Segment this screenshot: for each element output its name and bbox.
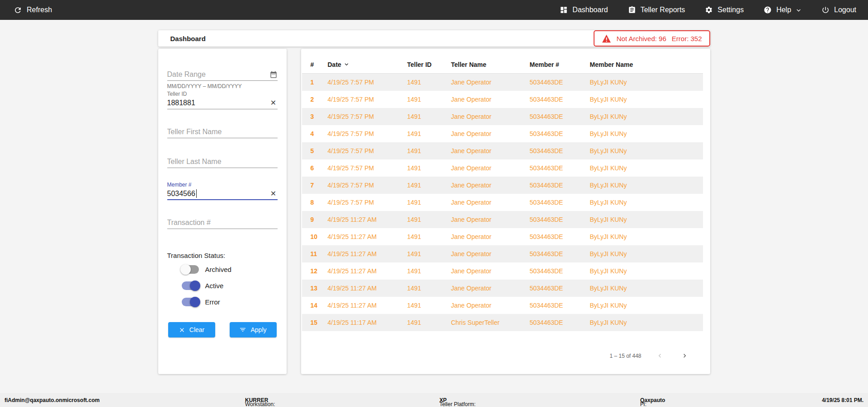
next-page-button[interactable]: [678, 352, 691, 360]
note-fold: [677, 292, 679, 295]
error-toggle[interactable]: [182, 298, 199, 306]
active-toggle[interactable]: [182, 281, 199, 290]
pagination-range: 1 – 15 of 448: [609, 353, 641, 359]
transaction-number-field: [167, 217, 278, 229]
nav-logout[interactable]: Logout: [821, 6, 856, 14]
member-number-input[interactable]: [167, 188, 269, 199]
table-row[interactable]: 2 4/19/25 7:57 PM 1491 Jane Operator 503…: [302, 91, 703, 108]
column-header-teller-id: Teller ID: [407, 61, 451, 68]
cell-teller-name: Jane Operator: [451, 267, 530, 275]
table-row[interactable]: 9 4/19/25 11:27 AM 1491 Jane Operator 50…: [302, 211, 703, 228]
table-row[interactable]: 10 4/19/25 11:27 AM 1491 Jane Operator 5…: [302, 228, 703, 245]
cell-member-number: 5034463DE: [530, 113, 590, 120]
nav-settings[interactable]: Settings: [705, 6, 744, 14]
cell-teller-id: 1491: [407, 267, 451, 275]
refresh-button[interactable]: Refresh: [14, 6, 52, 14]
table-row[interactable]: 7 4/19/25 7:57 PM 1491 Jane Operator 503…: [302, 177, 703, 194]
cell-num: 12: [311, 267, 328, 275]
cell-member-name: ByLyJI KUNy: [590, 79, 674, 86]
apply-button[interactable]: Apply: [230, 322, 277, 337]
cell-teller-id: 1491: [407, 182, 451, 189]
teller-id-input[interactable]: [167, 98, 269, 108]
cell-num: 3: [311, 113, 328, 120]
table-row[interactable]: 3 4/19/25 7:57 PM 1491 Jane Operator 503…: [302, 108, 703, 125]
archived-toggle[interactable]: [182, 265, 199, 274]
column-header-date-label: Date: [328, 61, 341, 68]
nav-logout-label: Logout: [834, 6, 856, 14]
toggle-thumb: [180, 264, 191, 275]
teller-first-name-input[interactable]: [167, 126, 278, 137]
dashboard-icon: [560, 6, 568, 14]
transaction-number-input[interactable]: [167, 217, 278, 228]
note-fold: [677, 120, 679, 123]
alert-error: Error: 352: [672, 35, 702, 42]
page-title: Dashboard: [170, 35, 206, 42]
warning-triangle-icon: [602, 34, 611, 43]
cell-member-name: ByLyJI KUNy: [590, 285, 674, 292]
teller-id-clear-icon[interactable]: ✕: [269, 99, 278, 107]
cell-member-number: 5034463DE: [530, 130, 590, 137]
cell-member-number: 5034463DE: [530, 164, 590, 172]
cell-notes: [674, 130, 703, 137]
cell-member-number: 5034463DE: [530, 96, 590, 103]
cell-member-number: 5034463DE: [530, 267, 590, 275]
table-row[interactable]: 11 4/19/25 11:27 AM 1491 Jane Operator 5…: [302, 245, 703, 262]
cell-teller-id: 1491: [407, 130, 451, 137]
cell-notes: [674, 182, 703, 189]
calendar-icon[interactable]: [269, 70, 278, 79]
cell-notes: [674, 267, 703, 275]
cell-member-name: ByLyJI KUNy: [590, 319, 674, 326]
member-number-clear-icon[interactable]: ✕: [269, 190, 278, 198]
footer-workstation: Workstation: KURRER: [245, 397, 268, 403]
cell-date: 4/19/25 11:27 AM: [328, 285, 407, 292]
cell-teller-id: 1491: [407, 199, 451, 206]
cell-teller-id: 1491: [407, 113, 451, 120]
date-range-input[interactable]: [167, 69, 269, 80]
cell-notes: [674, 233, 703, 240]
cell-member-name: ByLyJI KUNy: [590, 233, 674, 240]
filter-sidebar: MM/DD/YYYY – MM/DD/YYYY Teller ID ✕ Memb…: [158, 49, 287, 374]
table-row[interactable]: 15 4/19/25 11:17 AM 1491 Chris SuperTell…: [302, 314, 703, 331]
cell-notes: [674, 96, 703, 103]
note-fold: [677, 154, 679, 157]
filter-icon: [239, 326, 246, 333]
cell-member-name: ByLyJI KUNy: [590, 302, 674, 309]
note-fold: [677, 206, 679, 209]
note-fold: [677, 86, 679, 89]
pagination: 1 – 15 of 448: [302, 352, 703, 360]
table-row[interactable]: 13 4/19/25 11:27 AM 1491 Jane Operator 5…: [302, 280, 703, 297]
toggle-row-error: Error: [182, 295, 278, 308]
table-row[interactable]: 8 4/19/25 7:57 PM 1491 Jane Operator 503…: [302, 194, 703, 211]
footer-user: fiAdmin@qaxpauto.onmicrosoft.com: [5, 397, 99, 403]
top-navigation-bar: Refresh Dashboard Teller Reports Setting…: [0, 0, 868, 20]
teller-last-name-field: [167, 156, 278, 168]
toggle-thumb: [190, 297, 200, 307]
teller-first-name-field: [167, 126, 278, 138]
table-row[interactable]: 12 4/19/25 11:27 AM 1491 Jane Operator 5…: [302, 262, 703, 280]
cell-member-name: ByLyJI KUNy: [590, 130, 674, 137]
table-row[interactable]: 4 4/19/25 7:57 PM 1491 Jane Operator 503…: [302, 125, 703, 142]
teller-last-name-input[interactable]: [167, 156, 278, 167]
note-fold: [677, 309, 679, 312]
nav-teller-reports[interactable]: Teller Reports: [628, 6, 685, 14]
cell-member-name: ByLyJI KUNy: [590, 267, 674, 275]
clear-button[interactable]: Clear: [168, 322, 215, 337]
cell-teller-id: 1491: [407, 164, 451, 172]
column-header-date[interactable]: Date: [328, 61, 407, 68]
cell-teller-id: 1491: [407, 285, 451, 292]
cell-teller-name: Jane Operator: [451, 182, 530, 189]
table-row[interactable]: 5 4/19/25 7:57 PM 1491 Jane Operator 503…: [302, 142, 703, 159]
cell-num: 9: [311, 216, 328, 223]
previous-page-button[interactable]: [653, 352, 666, 360]
cell-num: 1: [311, 79, 328, 86]
table-row[interactable]: 1 4/19/25 7:57 PM 1491 Jane Operator 503…: [302, 74, 703, 91]
sort-arrow-icon: [343, 61, 350, 68]
table-row[interactable]: 14 4/19/25 11:27 AM 1491 Jane Operator 5…: [302, 297, 703, 314]
cell-teller-id: 1491: [407, 233, 451, 240]
note-fold: [677, 275, 679, 277]
nav-help[interactable]: Help: [764, 6, 802, 14]
table-row[interactable]: 6 4/19/25 7:57 PM 1491 Jane Operator 503…: [302, 159, 703, 177]
nav-dashboard[interactable]: Dashboard: [560, 6, 608, 14]
cell-member-number: 5034463DE: [530, 285, 590, 292]
footer-platform: Teller Platform: XP: [439, 397, 447, 403]
